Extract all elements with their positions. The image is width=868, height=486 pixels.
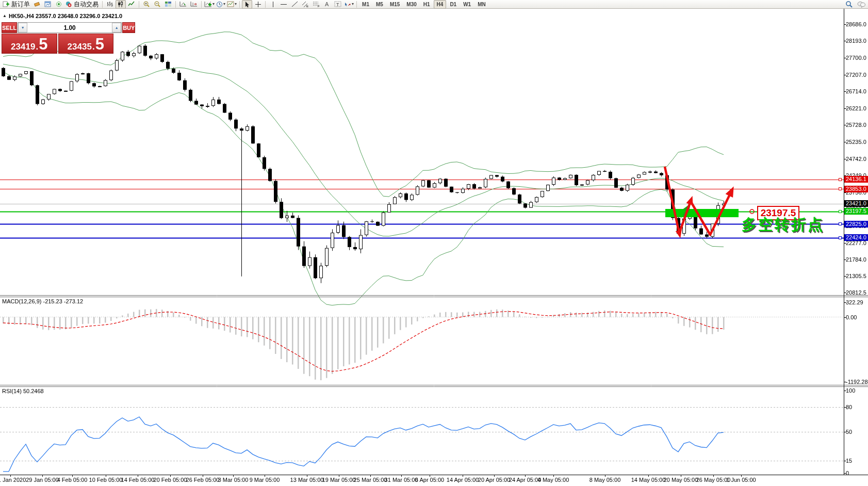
- volume-field-group: ▼ ▲: [18, 22, 122, 33]
- timeframe-mn[interactable]: MN: [474, 0, 489, 9]
- fibonacci-tool[interactable]: F: [311, 0, 321, 9]
- chinese-note-label[interactable]: 多空转折点: [742, 215, 824, 235]
- bid-dot: .: [36, 42, 38, 52]
- candlestick-chart-button[interactable]: [116, 0, 126, 9]
- toolbar: 新订单 自动交易 ▾ ▾ ▾ E F A T ▾: [0, 0, 868, 9]
- zoom-in-button[interactable]: [141, 0, 152, 9]
- horizontal-line-tool[interactable]: [279, 0, 289, 9]
- ask-price-int: 23435: [68, 42, 92, 52]
- search-button[interactable]: [844, 0, 854, 9]
- svg-text:T: T: [336, 2, 339, 7]
- new-order-icon: [2, 1, 10, 8]
- mt4-window: 新订单 自动交易 ▾ ▾ ▾ E F A T ▾: [0, 0, 868, 486]
- bar-chart-button[interactable]: [105, 0, 115, 9]
- toolbar-separator: [201, 1, 202, 8]
- auto-trading-icon: [65, 1, 72, 7]
- periods-button[interactable]: ▾: [216, 0, 226, 9]
- candlestick-icon: [117, 1, 124, 7]
- fibonacci-icon: F: [313, 1, 320, 8]
- timeframe-h4[interactable]: H4: [434, 0, 447, 9]
- auto-scroll-button[interactable]: [178, 0, 188, 9]
- timeframe-bar: M1M5M15M30H1H4D1W1MN: [359, 0, 489, 9]
- sell-button[interactable]: SELL: [2, 22, 17, 33]
- equidistant-channel-icon: E: [302, 1, 309, 8]
- vertical-line-icon: [271, 1, 275, 8]
- toolbar-separator: [102, 1, 103, 8]
- eraser-icon: [34, 1, 41, 7]
- crosshair-icon: [255, 1, 261, 8]
- chart-profile-button[interactable]: [43, 0, 53, 9]
- timeframe-m30[interactable]: M30: [403, 0, 419, 9]
- signals-button[interactable]: [54, 0, 64, 9]
- templates-button[interactable]: ▾: [226, 0, 237, 9]
- chart-canvas[interactable]: [0, 0, 868, 486]
- indicators-button[interactable]: ▾: [204, 0, 215, 9]
- timeframe-m1[interactable]: M1: [359, 0, 372, 9]
- timeframe-w1[interactable]: W1: [460, 0, 474, 9]
- metaeditor-button[interactable]: [32, 0, 42, 9]
- channel-tool[interactable]: E: [300, 0, 310, 9]
- collapse-ohlc-icon[interactable]: ▲: [3, 13, 7, 18]
- cursor-icon: [244, 1, 250, 8]
- indicators-dropdown-icon: ▾: [212, 2, 215, 6]
- horizontal-line-icon: [280, 2, 287, 7]
- bid-price-frac: 5: [39, 37, 47, 52]
- svg-text:F: F: [318, 5, 320, 8]
- zoom-out-icon: [154, 1, 161, 8]
- template-icon: [227, 1, 234, 7]
- new-order-label: 新订单: [10, 0, 31, 9]
- search-icon: [845, 1, 853, 8]
- line-chart-icon: [128, 1, 135, 7]
- toolbar-separator: [265, 1, 266, 8]
- ask-price[interactable]: 23435.5: [58, 34, 114, 54]
- ask-price-frac: 5: [95, 37, 104, 52]
- arrows-tool[interactable]: ▾: [343, 0, 354, 9]
- toolbar-separator: [356, 1, 357, 8]
- zoom-out-button[interactable]: [152, 0, 162, 9]
- text-icon: A: [324, 1, 330, 7]
- trendline-icon: [291, 1, 298, 7]
- auto-trading-button[interactable]: 自动交易: [64, 0, 100, 9]
- tile-windows-icon: [165, 1, 172, 7]
- timeframe-m15[interactable]: M15: [387, 0, 403, 9]
- volume-decrease-button[interactable]: ▼: [18, 23, 27, 33]
- timeframe-d1[interactable]: D1: [447, 0, 460, 9]
- toolbar-separator: [139, 1, 139, 8]
- one-click-trading-panel: SELL ▼ ▲ BUY 23419.5 23435.5: [2, 22, 113, 54]
- bid-price-int: 23419: [11, 42, 35, 52]
- buy-button[interactable]: BUY: [122, 22, 135, 33]
- svg-text:E: E: [306, 5, 308, 8]
- trendline-tool[interactable]: [289, 0, 300, 9]
- timeframe-m5[interactable]: M5: [373, 0, 386, 9]
- templates-dropdown-icon: ▾: [235, 2, 237, 6]
- chart-shift-button[interactable]: [189, 0, 199, 9]
- bid-price[interactable]: 23419.5: [2, 34, 57, 54]
- crosshair-tool-button[interactable]: [253, 0, 263, 9]
- signal-icon: [55, 1, 62, 7]
- volume-increase-button[interactable]: ▲: [112, 23, 121, 33]
- zoom-in-icon: [143, 1, 150, 8]
- text-label-tool[interactable]: T: [333, 0, 343, 9]
- toolbar-separator: [239, 1, 240, 8]
- timeframe-h1[interactable]: H1: [420, 0, 433, 9]
- chart-shift-icon: [190, 1, 198, 7]
- text-label-icon: T: [334, 1, 341, 7]
- ask-dot: .: [92, 42, 95, 52]
- chat-button[interactable]: [856, 0, 866, 9]
- text-tool[interactable]: A: [322, 0, 332, 9]
- clock-icon: [216, 1, 223, 8]
- svg-text:A: A: [325, 1, 329, 7]
- chat-icon: [857, 1, 865, 8]
- new-order-button[interactable]: 新订单: [2, 0, 31, 9]
- volume-input[interactable]: [27, 23, 112, 33]
- vertical-line-tool[interactable]: [268, 0, 278, 9]
- line-chart-button[interactable]: [126, 0, 137, 9]
- bar-chart-icon: [106, 1, 113, 7]
- toolbar-separator: [175, 1, 176, 8]
- tile-windows-button[interactable]: [163, 0, 173, 9]
- cursor-tool-button[interactable]: [242, 0, 252, 9]
- shapes-icon: [344, 1, 351, 7]
- indicators-icon: [204, 1, 212, 8]
- auto-trading-label: 自动交易: [73, 0, 100, 9]
- auto-scroll-icon: [179, 1, 187, 7]
